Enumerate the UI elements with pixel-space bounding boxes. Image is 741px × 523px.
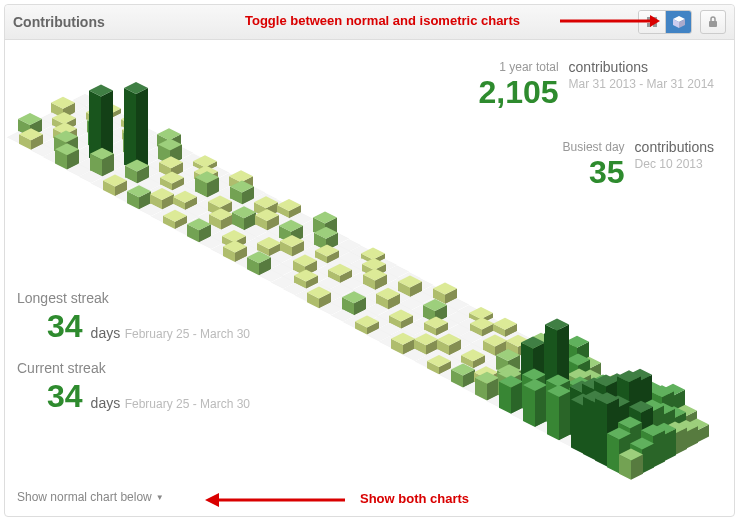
stat-current-date: February 25 - March 30	[125, 397, 250, 411]
isometric-view-button[interactable]	[665, 11, 691, 33]
stat-current-streak: Current streak 34 days February 25 - Mar…	[17, 360, 250, 412]
svg-rect-3	[653, 17, 657, 21]
stat-longest-streak: Longest streak 34 days February 25 - Mar…	[17, 290, 250, 342]
stat-longest-value: 34	[47, 310, 83, 342]
lock-button[interactable]	[700, 10, 726, 34]
stat-year-value: 2,105	[479, 76, 559, 108]
grid-icon	[646, 16, 658, 28]
stat-busiest-day: Busiest day 35 contributions Dec 10 2013	[563, 140, 714, 188]
normal-view-button[interactable]	[639, 11, 665, 33]
panel-title: Contributions	[13, 14, 105, 30]
cube-icon	[672, 15, 686, 29]
footer-link-label: Show normal chart below	[17, 490, 152, 504]
svg-marker-11	[205, 493, 219, 507]
iso-contribution-chart	[5, 40, 735, 510]
svg-rect-4	[647, 23, 651, 27]
stat-busy-date: Dec 10 2013	[635, 157, 714, 171]
view-toggle	[638, 10, 692, 34]
arrow-bottom	[205, 488, 345, 512]
stat-busy-value: 35	[589, 156, 625, 188]
stat-busy-label: Busiest day	[563, 140, 625, 154]
svg-rect-2	[647, 17, 651, 21]
stat-current-value: 34	[47, 380, 83, 412]
stat-current-unit: days	[91, 395, 121, 411]
stat-year-label: 1 year total	[499, 60, 558, 74]
panel-body: 1 year total 2,105 contributions Mar 31 …	[5, 40, 734, 516]
stat-year-unit: contributions	[569, 60, 714, 75]
contributions-panel: Contributions Toggle between normal and …	[4, 4, 735, 517]
stat-longest-label: Longest streak	[17, 290, 109, 306]
caret-down-icon: ▼	[156, 493, 164, 502]
stat-year-total: 1 year total 2,105 contributions Mar 31 …	[479, 60, 715, 108]
annotation-top: Toggle between normal and isometric char…	[245, 13, 520, 28]
header-controls	[638, 10, 726, 34]
stat-current-label: Current streak	[17, 360, 106, 376]
stat-longest-date: February 25 - March 30	[125, 327, 250, 341]
svg-rect-9	[709, 21, 717, 27]
svg-rect-5	[653, 23, 657, 27]
panel-header: Contributions Toggle between normal and …	[5, 5, 734, 40]
stat-longest-unit: days	[91, 325, 121, 341]
stat-busy-unit: contributions	[635, 140, 714, 155]
annotation-bottom: Show both charts	[360, 491, 469, 506]
stat-year-date: Mar 31 2013 - Mar 31 2014	[569, 77, 714, 91]
show-normal-chart-link[interactable]: Show normal chart below ▼	[17, 490, 164, 504]
lock-icon	[708, 16, 718, 28]
